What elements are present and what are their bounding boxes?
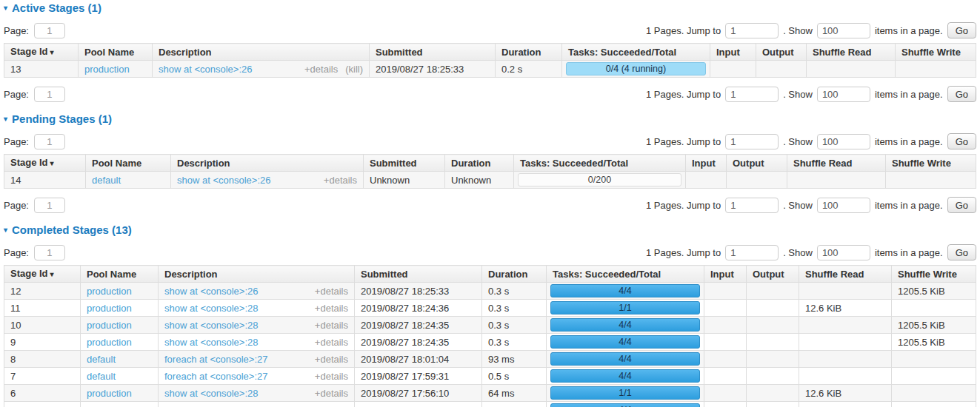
column-header-output[interactable]: Output [756, 44, 807, 61]
page-number-input[interactable] [34, 198, 65, 213]
details-toggle[interactable]: +details [315, 405, 348, 407]
description-link[interactable]: foreach at <console>:27 [164, 354, 268, 365]
pool-name-link[interactable]: production [87, 337, 132, 348]
cell-shuffle-read [799, 283, 892, 300]
pool-name-link[interactable]: production [87, 320, 132, 331]
go-button[interactable]: Go [947, 133, 976, 149]
page-number-input[interactable] [34, 87, 65, 102]
cell-output [747, 368, 799, 385]
column-header-tasks[interactable]: Tasks: Succeeded/Total [547, 266, 704, 283]
cell-duration: 0.2 s [496, 61, 562, 78]
stage-row: 7defaultforeach at <console>:27+details2… [4, 368, 976, 385]
column-header-shuffle-write[interactable]: Shuffle Write [886, 155, 976, 172]
page-label: Page: [4, 89, 29, 100]
column-header-description[interactable]: Description [153, 44, 370, 61]
column-header-input[interactable]: Input [710, 44, 756, 61]
page-number-input[interactable] [34, 245, 65, 260]
description-link[interactable]: show at <console>:28 [164, 320, 258, 331]
description-link[interactable]: show at <console>:26 [164, 286, 258, 297]
page-size-input[interactable] [817, 87, 870, 102]
pool-name-link[interactable]: default [92, 175, 121, 186]
details-toggle[interactable]: +details [315, 337, 348, 348]
column-header-duration[interactable]: Duration [445, 155, 514, 172]
details-toggle[interactable]: +details [315, 388, 348, 399]
column-header-shuffle-read[interactable]: Shuffle Read [807, 44, 896, 61]
column-header-pool-name[interactable]: Pool Name [86, 155, 171, 172]
column-header-description[interactable]: Description [171, 155, 364, 172]
column-header-shuffle-write[interactable]: Shuffle Write [896, 44, 976, 61]
column-header-label: Submitted [370, 158, 417, 169]
pool-name-link[interactable]: production [87, 303, 132, 314]
go-button[interactable]: Go [947, 244, 976, 260]
go-button[interactable]: Go [947, 86, 976, 102]
page-size-input[interactable] [817, 23, 870, 38]
column-header-shuffle-read[interactable]: Shuffle Read [799, 266, 892, 283]
page-number-input[interactable] [34, 134, 65, 149]
page-size-input[interactable] [817, 245, 870, 260]
description-link[interactable]: foreach at <console>:27 [164, 371, 268, 382]
tasks-progress-bar: 4/4 [550, 403, 700, 407]
cell-shuffle-read [807, 61, 896, 78]
cell-shuffle-read [799, 368, 892, 385]
cell-pool-name: production [81, 385, 159, 402]
pool-name-link[interactable]: production [87, 405, 132, 407]
section-heading-completed[interactable]: ▾Completed Stages (13) [4, 223, 976, 236]
column-header-stage-id[interactable]: Stage Id▾ [4, 266, 81, 283]
details-toggle[interactable]: +details [315, 371, 348, 382]
jump-to-page-input[interactable] [725, 245, 779, 260]
description-link[interactable]: show at <console>:28 [164, 303, 258, 314]
description-link[interactable]: show at <console>:28 [164, 405, 258, 407]
pool-name-link[interactable]: production [87, 388, 132, 399]
column-header-description[interactable]: Description [159, 266, 355, 283]
details-toggle[interactable]: +details [315, 286, 348, 297]
column-header-input[interactable]: Input [686, 155, 727, 172]
section-heading-active[interactable]: ▾Active Stages (1) [4, 1, 976, 14]
pool-name-link[interactable]: production [87, 286, 132, 297]
show-label: . Show [783, 247, 813, 258]
cell-description: show at <console>:28+details [159, 334, 355, 351]
description-link[interactable]: show at <console>:26 [159, 64, 252, 75]
pool-name-link[interactable]: default [87, 354, 116, 365]
column-header-tasks[interactable]: Tasks: Succeeded/Total [562, 44, 710, 61]
section-heading-pending[interactable]: ▾Pending Stages (1) [4, 112, 976, 125]
kill-link[interactable]: (kill) [345, 64, 363, 75]
pages-count-text: 1 Pages. Jump to [646, 136, 721, 147]
page-size-input[interactable] [817, 198, 870, 213]
details-toggle[interactable]: +details [315, 303, 348, 314]
details-toggle[interactable]: +details [324, 175, 357, 186]
page-number-input[interactable] [34, 23, 65, 38]
column-header-stage-id[interactable]: Stage Id▾ [4, 155, 86, 172]
description-link[interactable]: show at <console>:26 [177, 175, 270, 186]
jump-to-page-input[interactable] [725, 134, 779, 149]
details-toggle[interactable]: +details [304, 64, 338, 75]
go-button[interactable]: Go [947, 22, 976, 38]
sort-desc-icon: ▾ [50, 159, 54, 167]
go-button[interactable]: Go [947, 197, 976, 213]
details-toggle[interactable]: +details [315, 320, 348, 331]
column-header-input[interactable]: Input [704, 266, 747, 283]
cell-input [704, 402, 747, 407]
column-header-pool-name[interactable]: Pool Name [79, 44, 153, 61]
column-header-stage-id[interactable]: Stage Id▾ [4, 44, 79, 61]
column-header-submitted[interactable]: Submitted [364, 155, 445, 172]
column-header-submitted[interactable]: Submitted [355, 266, 482, 283]
column-header-duration[interactable]: Duration [496, 44, 562, 61]
column-header-tasks[interactable]: Tasks: Succeeded/Total [514, 155, 686, 172]
description-link[interactable]: show at <console>:28 [164, 388, 258, 399]
cell-shuffle-write [892, 300, 976, 317]
jump-to-page-input[interactable] [725, 198, 779, 213]
column-header-shuffle-read[interactable]: Shuffle Read [787, 155, 886, 172]
page-size-input[interactable] [817, 134, 870, 149]
column-header-duration[interactable]: Duration [482, 266, 547, 283]
description-link[interactable]: show at <console>:28 [164, 337, 258, 348]
column-header-output[interactable]: Output [747, 266, 799, 283]
jump-to-page-input[interactable] [725, 87, 779, 102]
column-header-pool-name[interactable]: Pool Name [81, 266, 159, 283]
column-header-shuffle-write[interactable]: Shuffle Write [892, 266, 976, 283]
pool-name-link[interactable]: production [84, 64, 130, 75]
jump-to-page-input[interactable] [725, 23, 779, 38]
column-header-output[interactable]: Output [727, 155, 787, 172]
column-header-submitted[interactable]: Submitted [370, 44, 496, 61]
pool-name-link[interactable]: default [87, 371, 116, 382]
details-toggle[interactable]: +details [315, 354, 348, 365]
